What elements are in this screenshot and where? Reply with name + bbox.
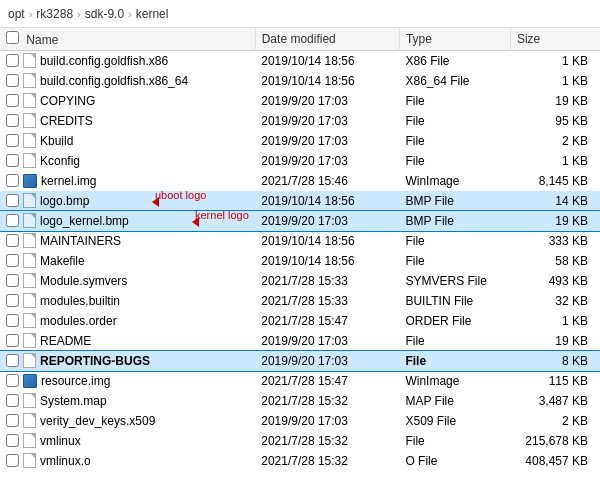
file-checkbox[interactable] <box>6 174 19 187</box>
table-row[interactable]: modules.order2021/7/28 15:47ORDER File1 … <box>0 311 600 331</box>
table-row[interactable]: System.map2021/7/28 15:32MAP File3,487 K… <box>0 391 600 411</box>
file-date-cell: 2021/7/28 15:32 <box>255 451 399 471</box>
file-checkbox[interactable] <box>6 374 19 387</box>
file-type-cell: X86_64 File <box>399 71 510 91</box>
file-name-label: vmlinux.o <box>40 454 91 468</box>
table-row[interactable]: CREDITS2019/9/20 17:03File95 KB <box>0 111 600 131</box>
file-checkbox[interactable] <box>6 274 19 287</box>
file-type-cell: File <box>399 431 510 451</box>
file-type-cell: BMP File <box>399 191 510 211</box>
file-name-cell: Kconfig <box>0 151 255 171</box>
table-row[interactable]: vmlinux.o2021/7/28 15:32O File408,457 KB <box>0 451 600 471</box>
file-size-cell: 493 KB <box>510 271 600 291</box>
file-checkbox[interactable] <box>6 254 19 267</box>
col-size-header[interactable]: Size <box>510 28 600 51</box>
file-list-container: Name Date modified Type Size build.confi… <box>0 28 600 501</box>
file-name-cell: build.config.goldfish.x86 <box>0 51 255 71</box>
file-size-cell: 1 KB <box>510 71 600 91</box>
file-name-label: resource.img <box>41 374 110 388</box>
table-row[interactable]: COPYING2019/9/20 17:03File19 KB <box>0 91 600 111</box>
table-row[interactable]: Makefile2019/10/14 18:56File58 KB <box>0 251 600 271</box>
file-name-label: modules.order <box>40 314 117 328</box>
file-name-cell: modules.order <box>0 311 255 331</box>
file-checkbox[interactable] <box>6 394 19 407</box>
table-row[interactable]: Kconfig2019/9/20 17:03File1 KB <box>0 151 600 171</box>
file-name-cell: Module.symvers <box>0 271 255 291</box>
file-checkbox[interactable] <box>6 354 19 367</box>
table-row[interactable]: logo_kernel.bmp2019/9/20 17:03BMP File19… <box>0 211 600 231</box>
file-checkbox[interactable] <box>6 74 19 87</box>
file-date-cell: 2021/7/28 15:32 <box>255 391 399 411</box>
file-type-cell: SYMVERS File <box>399 271 510 291</box>
file-date-cell: 2019/9/20 17:03 <box>255 151 399 171</box>
file-name-cell: Makefile <box>0 251 255 271</box>
file-size-cell: 408,457 KB <box>510 451 600 471</box>
file-size-cell: 8 KB <box>510 351 600 371</box>
file-name-cell: kernel.img <box>0 171 255 191</box>
file-checkbox[interactable] <box>6 54 19 67</box>
file-name-label: README <box>40 334 91 348</box>
file-checkbox[interactable] <box>6 414 19 427</box>
file-table: Name Date modified Type Size build.confi… <box>0 28 600 471</box>
file-checkbox[interactable] <box>6 294 19 307</box>
table-row[interactable]: README2019/9/20 17:03File19 KB <box>0 331 600 351</box>
file-icon <box>23 453 36 468</box>
table-row[interactable]: vmlinux2021/7/28 15:32File215,678 KB <box>0 431 600 451</box>
file-icon <box>23 93 36 108</box>
table-row[interactable]: Kbuild2019/9/20 17:03File2 KB <box>0 131 600 151</box>
breadcrumb-rk3288: rk3288 <box>36 7 73 21</box>
file-checkbox[interactable] <box>6 114 19 127</box>
file-checkbox[interactable] <box>6 454 19 467</box>
table-row[interactable]: Module.symvers2021/7/28 15:33SYMVERS Fil… <box>0 271 600 291</box>
file-name-label: System.map <box>40 394 107 408</box>
file-size-cell: 19 KB <box>510 91 600 111</box>
table-row[interactable]: REPORTING-BUGS2019/9/20 17:03File8 KB <box>0 351 600 371</box>
file-size-cell: 19 KB <box>510 211 600 231</box>
file-checkbox[interactable] <box>6 334 19 347</box>
file-checkbox[interactable] <box>6 94 19 107</box>
file-size-cell: 115 KB <box>510 371 600 391</box>
table-row[interactable]: MAINTAINERS2019/10/14 18:56File333 KB <box>0 231 600 251</box>
address-bar: opt › rk3288 › sdk-9.0 › kernel <box>0 0 600 28</box>
file-icon <box>23 393 36 408</box>
file-checkbox[interactable] <box>6 134 19 147</box>
file-name-label: Module.symvers <box>40 274 127 288</box>
select-all-checkbox[interactable] <box>6 31 19 44</box>
breadcrumb-sdk: sdk-9.0 <box>85 7 124 21</box>
file-name-label: COPYING <box>40 94 95 108</box>
col-type-header[interactable]: Type <box>399 28 510 51</box>
file-checkbox[interactable] <box>6 214 19 227</box>
table-row[interactable]: modules.builtin2021/7/28 15:33BUILTIN Fi… <box>0 291 600 311</box>
file-type-cell: WinImage <box>399 371 510 391</box>
table-row[interactable]: resource.img2021/7/28 15:47WinImage115 K… <box>0 371 600 391</box>
file-icon <box>23 313 36 328</box>
table-row[interactable]: kernel.img2021/7/28 15:46WinImage8,145 K… <box>0 171 600 191</box>
file-size-cell: 215,678 KB <box>510 431 600 451</box>
file-checkbox[interactable] <box>6 234 19 247</box>
breadcrumb-opt: opt <box>8 7 25 21</box>
table-row[interactable]: build.config.goldfish.x86_642019/10/14 1… <box>0 71 600 91</box>
file-name-label: CREDITS <box>40 114 93 128</box>
file-size-cell: 1 KB <box>510 151 600 171</box>
file-type-cell: X86 File <box>399 51 510 71</box>
file-checkbox[interactable] <box>6 154 19 167</box>
col-date-header[interactable]: Date modified <box>255 28 399 51</box>
file-name-label: Kconfig <box>40 154 80 168</box>
col-name-header[interactable]: Name <box>0 28 255 51</box>
file-name-cell: vmlinux <box>0 431 255 451</box>
table-row[interactable]: logo.bmp2019/10/14 18:56BMP File14 KB <box>0 191 600 211</box>
file-icon <box>23 233 36 248</box>
file-type-cell: O File <box>399 451 510 471</box>
table-row[interactable]: verity_dev_keys.x5092019/9/20 17:03X509 … <box>0 411 600 431</box>
file-checkbox[interactable] <box>6 314 19 327</box>
file-name-cell: modules.builtin <box>0 291 255 311</box>
file-date-cell: 2019/9/20 17:03 <box>255 331 399 351</box>
file-type-cell: File <box>399 231 510 251</box>
table-row[interactable]: build.config.goldfish.x862019/10/14 18:5… <box>0 51 600 71</box>
file-name-label: Kbuild <box>40 134 73 148</box>
file-checkbox[interactable] <box>6 434 19 447</box>
file-name-label: logo_kernel.bmp <box>40 214 129 228</box>
file-date-cell: 2019/9/20 17:03 <box>255 411 399 431</box>
file-checkbox[interactable] <box>6 194 19 207</box>
file-date-cell: 2019/10/14 18:56 <box>255 71 399 91</box>
